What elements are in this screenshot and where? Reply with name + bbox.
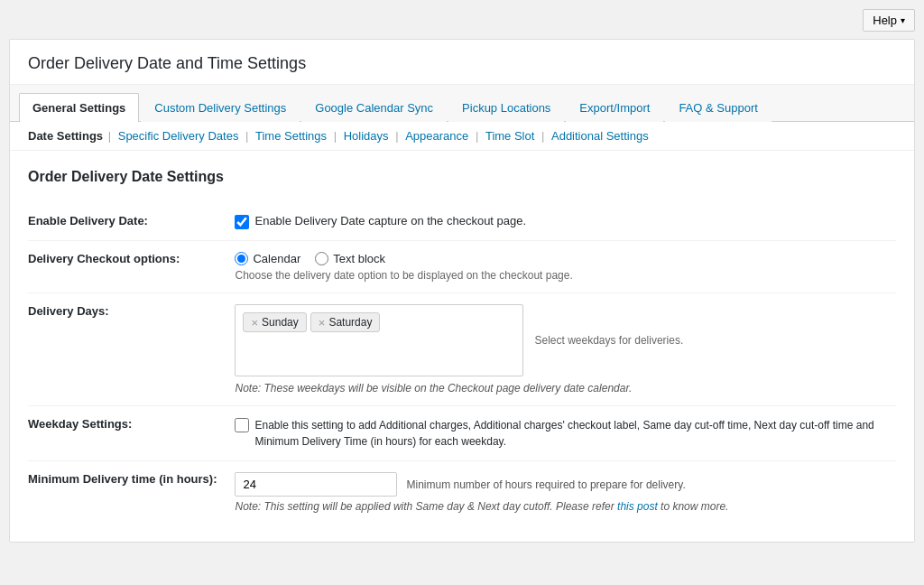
- value-minimum-delivery-time: Minimum number of hours required to prep…: [235, 461, 896, 525]
- radio-label-calendar[interactable]: Calendar: [235, 252, 300, 265]
- label-minimum-delivery-time: Minimum Delivery time (in hours):: [28, 461, 235, 525]
- sep6: |: [541, 129, 544, 143]
- row-minimum-delivery-time: Minimum Delivery time (in hours): Minimu…: [28, 461, 896, 525]
- help-label: Help: [873, 14, 897, 27]
- tab-faq-support[interactable]: FAQ & Support: [665, 93, 771, 122]
- section-title: Order Delivery Date Settings: [28, 169, 896, 185]
- radio-group-checkout: Calendar Text block: [235, 252, 896, 265]
- sep3: |: [334, 129, 337, 143]
- checkbox-row-weekday: Enable this setting to add Additional ch…: [235, 417, 896, 450]
- sep4: |: [395, 129, 398, 143]
- value-enable-delivery-date: Enable Delivery Date capture on the chec…: [235, 203, 896, 241]
- day-saturday-label: Saturday: [328, 316, 372, 329]
- value-weekday-settings: Enable this setting to add Additional ch…: [235, 406, 896, 461]
- main-card: Order Delivery Date and Time Settings Ge…: [9, 39, 915, 543]
- tabs-row: General Settings Custom Delivery Setting…: [10, 85, 914, 122]
- min-delivery-note-suffix: to know more.: [661, 500, 728, 513]
- page-wrapper: Help ▾ Order Delivery Date and Time Sett…: [0, 0, 924, 585]
- sub-nav: Date Settings | Specific Delivery Dates …: [10, 122, 914, 151]
- enable-delivery-label: Enable Delivery Date capture on the chec…: [254, 214, 526, 228]
- radio-text-block-label: Text block: [333, 252, 385, 265]
- sep1: |: [108, 129, 111, 143]
- min-delivery-note-text: Note: This setting will be applied with …: [235, 500, 614, 513]
- tab-pickup-locations[interactable]: Pickup Locations: [448, 93, 564, 122]
- row-enable-delivery-date: Enable Delivery Date: Enable Delivery Da…: [28, 203, 896, 241]
- row-delivery-checkout-options: Delivery Checkout options: Calendar Text…: [28, 241, 896, 293]
- weekday-settings-checkbox[interactable]: [235, 418, 249, 432]
- checkout-options-help: Choose the delivery date option to be di…: [235, 269, 896, 282]
- subnav-specific-dates[interactable]: Specific Delivery Dates: [118, 129, 239, 143]
- min-delivery-input[interactable]: [235, 472, 397, 497]
- help-chevron: ▾: [901, 15, 905, 25]
- sep2: |: [245, 129, 248, 143]
- subnav-date-settings[interactable]: Date Settings: [28, 129, 103, 143]
- help-button-row: Help ▾: [9, 9, 915, 32]
- label-delivery-days: Delivery Days:: [28, 293, 235, 406]
- min-delivery-wrapper: Minimum number of hours required to prep…: [235, 472, 896, 497]
- radio-text-block[interactable]: [315, 252, 328, 265]
- weekday-settings-label: Enable this setting to add Additional ch…: [254, 417, 886, 450]
- help-button[interactable]: Help ▾: [863, 9, 915, 32]
- days-box[interactable]: × Sunday × Saturday: [235, 304, 523, 376]
- label-weekday-settings: Weekday Settings:: [28, 406, 235, 461]
- tab-general-settings[interactable]: General Settings: [19, 93, 139, 122]
- value-delivery-checkout: Calendar Text block Choose the delivery …: [235, 241, 896, 293]
- delivery-days-wrapper: × Sunday × Saturday Select weekdays for …: [235, 304, 896, 376]
- remove-sunday-icon[interactable]: ×: [251, 317, 258, 329]
- day-tag-sunday: × Sunday: [243, 312, 306, 332]
- page-title: Order Delivery Date and Time Settings: [10, 40, 914, 85]
- min-delivery-note-below: Note: This setting will be applied with …: [235, 500, 896, 513]
- label-enable-delivery-date: Enable Delivery Date:: [28, 203, 235, 241]
- radio-calendar[interactable]: [235, 252, 248, 265]
- tab-export-import[interactable]: Export/Import: [566, 93, 663, 122]
- sep5: |: [476, 129, 478, 143]
- radio-label-text-block[interactable]: Text block: [315, 252, 385, 265]
- row-delivery-days: Delivery Days: × Sunday × Saturday: [28, 293, 896, 406]
- checkbox-row-enable-delivery: Enable Delivery Date capture on the chec…: [235, 214, 896, 229]
- subnav-holidays[interactable]: Holidays: [344, 129, 389, 143]
- delivery-days-note: Note: These weekdays will be visible on …: [235, 382, 896, 395]
- settings-table: Enable Delivery Date: Enable Delivery Da…: [28, 203, 896, 524]
- label-delivery-checkout: Delivery Checkout options:: [28, 241, 235, 293]
- subnav-time-settings[interactable]: Time Settings: [255, 129, 327, 143]
- this-post-link[interactable]: this post: [617, 500, 658, 513]
- tab-google-calendar[interactable]: Google Calendar Sync: [301, 93, 447, 122]
- day-tag-saturday: × Saturday: [310, 312, 381, 332]
- min-delivery-help: Minimum number of hours required to prep…: [406, 478, 685, 491]
- enable-delivery-checkbox[interactable]: [235, 215, 249, 229]
- value-delivery-days: × Sunday × Saturday Select weekdays for …: [235, 293, 896, 406]
- subnav-time-slot[interactable]: Time Slot: [485, 129, 534, 143]
- radio-calendar-label: Calendar: [253, 252, 300, 265]
- content-area: Order Delivery Date Settings Enable Deli…: [10, 151, 914, 542]
- remove-saturday-icon[interactable]: ×: [319, 317, 326, 329]
- row-weekday-settings: Weekday Settings: Enable this setting to…: [28, 406, 896, 461]
- subnav-appearance[interactable]: Appearance: [405, 129, 468, 143]
- days-help-text: Select weekdays for deliveries.: [534, 334, 683, 347]
- tab-custom-delivery[interactable]: Custom Delivery Settings: [141, 93, 300, 122]
- day-sunday-label: Sunday: [262, 316, 299, 329]
- subnav-additional-settings[interactable]: Additional Settings: [551, 129, 649, 143]
